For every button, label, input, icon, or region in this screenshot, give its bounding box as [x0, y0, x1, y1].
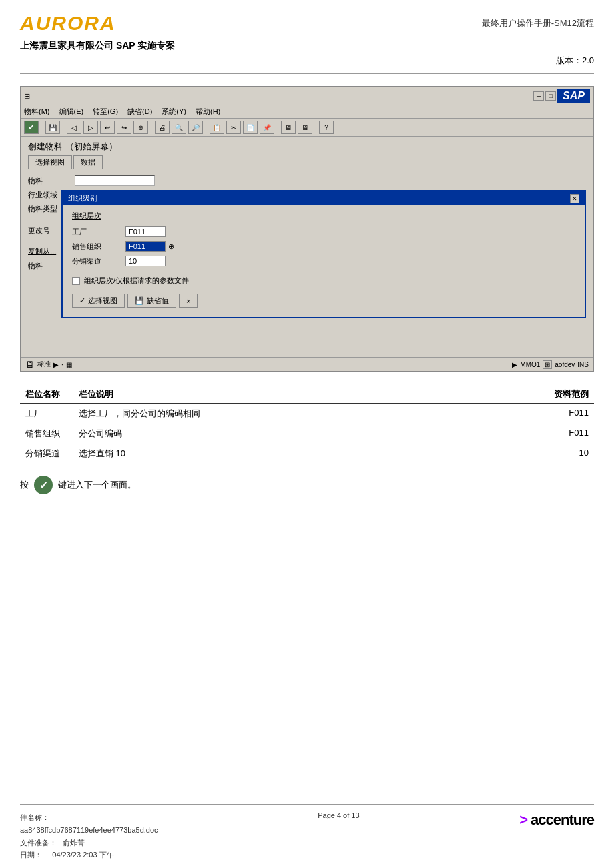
dialog-titlebar: 组织级别 ✕ [63, 191, 585, 205]
page-footer: 件名称： aa8438ffcdb7687119efe4ee4773ba5d.do… [20, 804, 594, 868]
tab-select-view[interactable]: 选择视图 [28, 155, 72, 169]
sap-titlebar: ⊞ ─ □ SAP [21, 87, 593, 105]
status-text: 标准 [37, 360, 51, 369]
dialog-checkbox-row: 组织层次/仅根据请求的参数文件 [72, 276, 575, 286]
dialog-row-plant: 工厂 F011 [72, 226, 575, 237]
dialog-select-view-btn[interactable]: ✓ 选择视图 [72, 294, 125, 308]
toolbar-find-btn[interactable]: 🔍 [172, 121, 186, 134]
header-right-title: 最终用户操作手册-SM12流程 [482, 12, 594, 29]
menu-material[interactable]: 物料(M) [24, 107, 50, 117]
minimize-btn[interactable]: ─ [533, 91, 544, 101]
checkmark-icon: ✓ [79, 296, 85, 305]
dialog-content: 组织层次 工厂 F011 销售组织 F011 ⊕ 分销渠道 10 [63, 205, 585, 317]
aurora-logo: AURORA [20, 12, 116, 35]
status-right: ▶ MMO1 ⊞ aofdev INS [512, 360, 589, 369]
dialog-footer: ✓ 选择视图 💾 缺省值 × [72, 291, 575, 312]
form-row-material: 物料 [28, 175, 586, 186]
footer-preparer: 文件准备： 俞炸菁 [20, 837, 158, 849]
table-cell-example-1: F011 [527, 404, 594, 424]
toolbar-btn12[interactable]: 🖥 [281, 121, 296, 134]
sap-tabs[interactable]: 选择视图 数据 [21, 154, 593, 170]
check-icon: ✓ [34, 476, 53, 494]
table-cell-name-1: 工厂 [20, 404, 73, 424]
toolbar-help-btn[interactable]: ? [319, 121, 334, 134]
maximize-btn[interactable]: □ [545, 91, 556, 101]
dialog-value-dist-channel[interactable]: 10 [125, 256, 166, 266]
form-label-material: 物料 [28, 176, 75, 186]
table-header-example: 资料范例 [527, 386, 594, 404]
table-row: 销售组织 分公司编码 F011 [20, 424, 594, 444]
toolbar-btn4[interactable]: ↪ [117, 121, 131, 134]
dialog-value-plant[interactable]: F011 [125, 226, 166, 237]
footer-filename: aa8438ffcdb7687119efe4ee4773ba5d.doc [20, 824, 158, 837]
dialog-row-dist-channel: 分销渠道 10 [72, 256, 575, 266]
menu-goto[interactable]: 转至(G) [93, 107, 118, 117]
instruction-prefix: 按 [20, 479, 29, 491]
dialog-subtitle: 组织层次 [72, 211, 575, 221]
table-cell-name-3: 分销渠道 [20, 444, 73, 464]
table-cell-desc-3: 选择直销 10 [73, 444, 527, 464]
menu-default[interactable]: 缺省(D) [127, 107, 152, 117]
dialog-label-sales-org: 销售组织 [72, 242, 125, 252]
save-icon: 💾 [135, 296, 144, 305]
status-session: MMO1 [520, 361, 540, 368]
dialog-title: 组织级别 [68, 193, 97, 203]
table-cell-desc-1: 选择工厂，同分公司的编码相同 [73, 404, 527, 424]
material-input[interactable] [75, 175, 155, 186]
copy-from-link[interactable]: 复制从... [28, 246, 56, 256]
sap-screen-title: 创建物料 （初始屏幕） [21, 137, 593, 154]
status-dot: · [61, 361, 63, 368]
dialog-close-btn[interactable]: ✕ [570, 194, 579, 203]
accenture-wordmark: accenture [531, 811, 594, 829]
dialog-cancel-btn[interactable]: × [179, 294, 198, 308]
tab-data[interactable]: 数据 [73, 155, 103, 169]
toolbar-print-btn[interactable]: 🖨 [155, 121, 170, 134]
dialog-default-btn[interactable]: 💾 缺省值 [127, 294, 176, 308]
menu-edit[interactable]: 编辑(E) [59, 107, 84, 117]
toolbar-btn5[interactable]: ⊕ [133, 121, 148, 134]
status-icon2: ⊞ [543, 360, 552, 369]
toolbar-btn11[interactable]: 📌 [260, 121, 274, 134]
footer-accenture: > accenture [519, 811, 594, 829]
dialog-label-plant: 工厂 [72, 227, 125, 237]
instruction-suffix: 键进入下一个画面。 [58, 479, 136, 491]
toolbar-btn9[interactable]: ✂ [226, 121, 241, 134]
toolbar-btn3[interactable]: ↩ [100, 121, 115, 134]
dialog-value-sales-org[interactable]: F011 [125, 241, 166, 252]
menu-help[interactable]: 帮助(H) [196, 107, 220, 117]
table-cell-example-3: 10 [527, 444, 594, 464]
status-arrow1: ▶ [53, 361, 59, 368]
sap-statusbar: 🖥 标准 ▶ · ▦ ▶ MMO1 ⊞ aofdev INS [21, 357, 593, 371]
toolbar-prev-btn[interactable]: ◁ [67, 121, 81, 134]
header-divider [20, 73, 594, 74]
sap-titlebar-buttons[interactable]: ─ □ SAP [533, 89, 590, 103]
sales-org-btn[interactable]: ⊕ [168, 242, 174, 251]
toolbar-btn10[interactable]: 📄 [243, 121, 258, 134]
dialog-checkbox[interactable] [72, 277, 80, 285]
footer-page: Page 4 of 13 [318, 811, 359, 819]
status-left: 🖥 标准 ▶ · ▦ [25, 359, 72, 370]
table-header-fieldname: 栏位名称 [20, 386, 73, 404]
data-table-section: 栏位名称 栏位说明 资料范例 工厂 选择工厂，同分公司的编码相同 F011 销售… [20, 386, 594, 464]
table-header-description: 栏位说明 [73, 386, 527, 404]
footer-left: 件名称： aa8438ffcdb7687119efe4ee4773ba5d.do… [20, 811, 158, 861]
toolbar-next-btn[interactable]: ▷ [83, 121, 98, 134]
toolbar-btn13[interactable]: 🖥 [298, 121, 312, 134]
table-cell-name-2: 销售组织 [20, 424, 73, 444]
sap-screenshot: ⊞ ─ □ SAP 物料(M) 编辑(E) 转至(G) 缺省(D) 系统(Y) … [20, 86, 594, 372]
sap-window-title: ⊞ [24, 92, 30, 101]
dialog-row-sales-org: 销售组织 F011 ⊕ [72, 241, 575, 252]
field-info-table: 栏位名称 栏位说明 资料范例 工厂 选择工厂，同分公司的编码相同 F011 销售… [20, 386, 594, 464]
org-level-dialog: 组织级别 ✕ 组织层次 工厂 F011 销售组织 F011 ⊕ [61, 190, 586, 318]
status-user: aofdev [555, 361, 575, 368]
accenture-arrow-icon: > [519, 811, 528, 829]
toolbar-find-next-btn[interactable]: 🔎 [188, 121, 203, 134]
menu-system[interactable]: 系统(Y) [162, 107, 186, 117]
toolbar-btn8[interactable]: 📋 [210, 121, 224, 134]
table-row: 工厂 选择工厂，同分公司的编码相同 F011 [20, 404, 594, 424]
sap-logo: SAP [557, 89, 590, 103]
toolbar-check-btn[interactable]: ✓ [24, 121, 39, 134]
toolbar-save-btn[interactable]: 💾 [45, 121, 60, 134]
sap-content-area: 物料 行业领域 工厂工 物料类型 服务 M 更改号 复制从... 物料 [21, 170, 593, 357]
instruction-section: 按 ✓ 键进入下一个画面。 [20, 476, 594, 494]
